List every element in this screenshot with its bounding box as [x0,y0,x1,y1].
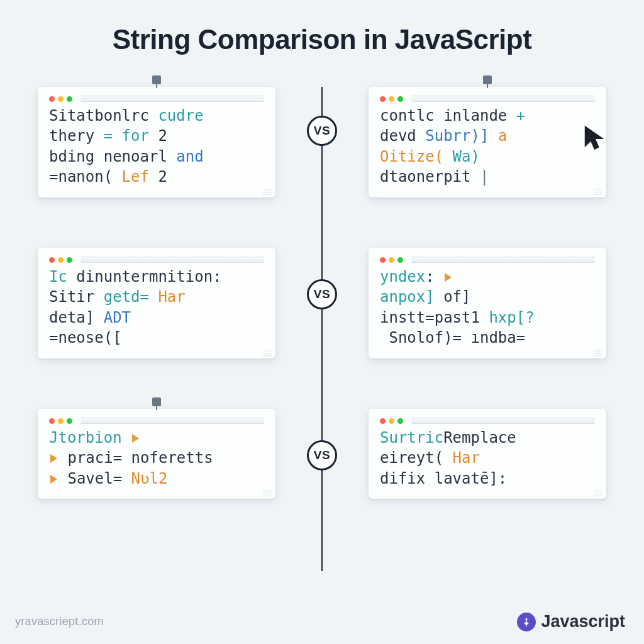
card-clip-icon [152,397,161,406]
code-token: Wa) [453,148,480,165]
close-dot-icon [380,257,386,263]
code-token: = ındba= [453,329,526,347]
code-token: =neose([ [49,329,122,347]
resize-grip-icon [594,490,602,496]
cursor-icon [581,123,610,152]
code-token: Ic [49,268,67,286]
code-token: Surtric [380,429,443,447]
code-token: cudre [149,107,204,125]
code-token: anpox] [380,288,443,306]
footer-brand: Javascript [517,612,625,631]
code-token: bding nenoarl [49,148,176,165]
code-token: = for [104,127,149,145]
code-card: SurtricRemplace eireyt( Har difix lavatē… [369,409,606,499]
window-controls [380,96,595,102]
code-block: SurtricRemplace eireyt( Har difix lavatē… [380,428,595,489]
card-clip-icon [152,75,161,84]
code-token: lavatē]: [435,470,508,487]
code-token: getd= [104,288,158,306]
code-token: thery [49,127,104,145]
tab-bar [80,418,264,424]
play-icon [50,475,57,484]
code-token: Sitatbonlrc [49,107,149,125]
footer-brand-text: Javascript [541,612,625,631]
code-block: yndex: anpox] of] instt=past1 hxp[? Snol… [380,267,595,348]
tab-bar [411,418,595,424]
code-token: dinuntermnition: [67,268,222,286]
code-token: a [489,127,507,145]
code-token: 2 [149,127,167,145]
minimize-dot-icon [389,418,394,424]
code-token: difix [380,470,435,487]
code-card: Sitatbonlrc cudre thery = for 2 bding ne… [38,87,275,197]
code-token: Subrr)] [425,127,489,145]
code-token: devd [380,127,425,145]
resize-grip-icon [263,350,272,356]
window-controls [49,418,264,424]
code-block: Jtorbion praci= noferetts Savel= Nʋl2 [49,428,264,489]
code-card: contlc inlande + devd Subrr)] a Oitize( … [369,87,606,197]
close-dot-icon [380,96,386,102]
code-token: eireyt( [380,449,453,467]
code-card: Ic dinuntermnition: Sitir getd= Har deta… [38,248,275,358]
code-token: =nanon( [49,168,122,186]
window-controls [49,96,264,102]
code-token: Lef [122,168,149,186]
code-card: Jtorbion praci= noferetts Savel= Nʋl2 [38,409,275,499]
zoom-dot-icon [67,257,72,263]
minimize-dot-icon [58,96,64,102]
minimize-dot-icon [58,418,64,424]
code-token: Savel= [58,470,131,487]
code-token: and [176,148,203,165]
code-token: yndex [380,268,425,286]
resize-grip-icon [594,189,602,195]
code-token: Sitir [49,288,104,306]
resize-grip-icon [263,490,272,496]
code-token: instt=past1 [380,309,489,326]
close-dot-icon [49,96,55,102]
tab-bar [411,96,595,102]
minimize-dot-icon [58,257,64,263]
code-token: Remplace [443,429,516,447]
code-token: : [425,268,434,286]
card-clip-icon [483,75,492,84]
javascript-logo-icon [517,613,536,631]
code-token: contlc inlande [380,107,516,125]
footer-url: yravascriept.com [15,615,104,628]
code-block: contlc inlande + devd Subrr)] a Oitize( … [380,106,595,187]
minimize-dot-icon [389,257,394,263]
code-block: Ic dinuntermnition: Sitir getd= Har deta… [49,267,264,348]
minimize-dot-icon [389,96,394,102]
code-token: Nʋl2 [131,470,168,487]
play-icon [445,273,452,282]
code-token: Oitize( [380,148,453,165]
tab-bar [80,257,264,263]
zoom-dot-icon [67,96,72,102]
resize-grip-icon [263,189,272,195]
zoom-dot-icon [397,418,403,424]
play-icon [50,454,57,463]
zoom-dot-icon [67,418,72,424]
code-block: Sitatbonlrc cudre thery = for 2 bding ne… [49,106,264,187]
comparison-grid: VS Sitatbonlrc cudre thery = for 2 bding… [0,87,644,571]
code-token: dtaonerpit [380,168,480,186]
zoom-dot-icon [397,96,403,102]
code-token: | [480,168,489,186]
code-token: noferetts [131,449,213,467]
footer: yravascriept.com Javascript [0,612,644,631]
window-controls [380,418,595,424]
close-dot-icon [380,418,386,424]
close-dot-icon [49,418,55,424]
code-token: praci= [58,449,131,467]
play-icon [132,434,139,443]
code-token: ADT [104,309,131,326]
code-token: hxp[? [489,309,534,326]
zoom-dot-icon [397,257,403,263]
code-card: yndex: anpox] of] instt=past1 hxp[? Snol… [369,248,606,358]
code-token: Snolof) [380,329,453,347]
tab-bar [80,96,264,102]
code-token: deta] [49,309,104,326]
page-title: String Comparison in JavaScript [0,0,644,55]
window-controls [380,257,595,263]
code-token: of] [443,288,470,306]
